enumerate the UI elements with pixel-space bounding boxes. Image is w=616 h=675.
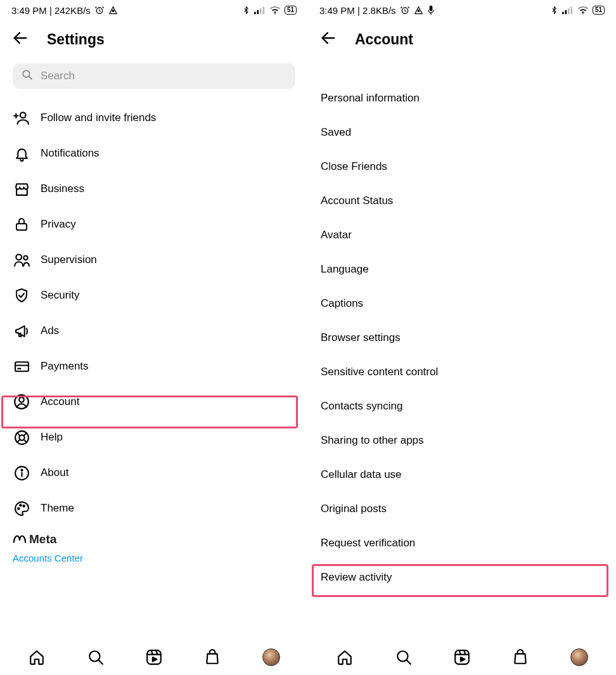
meta-logo: Meta (13, 532, 295, 546)
settings-item-label: Payments (41, 360, 295, 373)
meta-section: Meta Accounts Center (0, 526, 308, 566)
page-title: Settings (47, 31, 105, 48)
svg-point-14 (16, 254, 22, 260)
svg-rect-2 (254, 12, 256, 15)
svg-point-10 (20, 112, 26, 118)
nav-home[interactable] (336, 648, 354, 666)
nav-profile[interactable] (570, 648, 588, 666)
settings-item-label: About (41, 466, 295, 479)
svg-rect-3 (257, 10, 259, 14)
svg-rect-44 (562, 12, 564, 15)
status-time-speed: 3:49 PM | 2.8KB/s (319, 5, 396, 16)
alarm-icon (400, 5, 410, 15)
phone-account: 3:49 PM | 2.8KB/s 51 (308, 0, 616, 675)
settings-item-privacy[interactable]: Privacy (0, 207, 308, 242)
svg-point-41 (418, 10, 420, 11)
nav-reels[interactable] (145, 648, 163, 666)
account-item-language[interactable]: Language (308, 252, 616, 286)
nav-shop[interactable] (511, 648, 529, 666)
account-item-cellular-data-use[interactable]: Cellular data use (308, 458, 616, 492)
settings-item-label: Account (41, 395, 295, 408)
status-bar: 3:49 PM | 242KB/s 51 (0, 0, 308, 20)
svg-rect-47 (570, 7, 572, 15)
accounts-center-link[interactable]: Accounts Center (13, 546, 295, 563)
settings-item-help[interactable]: Help (0, 420, 308, 455)
follow-invite-icon (13, 109, 30, 127)
svg-rect-5 (262, 7, 264, 15)
account-item-contacts-syncing[interactable]: Contacts syncing (308, 389, 616, 423)
account-item-account-status[interactable]: Account Status (308, 184, 616, 218)
settings-item-label: Follow and invite friends (41, 112, 295, 124)
settings-item-business[interactable]: Business (0, 171, 308, 207)
palette-icon (13, 499, 30, 517)
account-item-request-verification[interactable]: Request verification (308, 526, 616, 560)
account-item-avatar[interactable]: Avatar (308, 218, 616, 252)
info-icon (13, 464, 30, 482)
svg-rect-42 (429, 6, 432, 11)
account-item-captions[interactable]: Captions (308, 286, 616, 321)
nav-profile[interactable] (262, 648, 280, 666)
svg-line-9 (29, 76, 32, 79)
bottom-nav (0, 640, 308, 675)
alarm-icon (94, 5, 105, 15)
phone-settings: 3:49 PM | 242KB/s 51 (0, 0, 308, 675)
account-item-personal-information[interactable]: Personal information (308, 81, 616, 115)
nav-search[interactable] (395, 648, 413, 666)
svg-rect-16 (15, 362, 29, 371)
settings-item-label: Privacy (41, 218, 295, 231)
triangle-icon (108, 6, 118, 15)
status-bar: 3:49 PM | 2.8KB/s 51 (308, 0, 616, 20)
bell-icon (13, 145, 30, 162)
signal-icon (562, 6, 574, 15)
shield-icon (13, 286, 30, 304)
account-item-browser-settings[interactable]: Browser settings (308, 321, 616, 355)
bluetooth-icon (550, 5, 558, 15)
nav-reels[interactable] (453, 648, 471, 666)
back-icon[interactable] (319, 29, 337, 49)
svg-point-30 (18, 508, 20, 510)
wifi-icon (269, 6, 281, 15)
svg-point-32 (23, 505, 25, 507)
nav-home[interactable] (28, 648, 46, 666)
svg-marker-39 (153, 657, 157, 662)
account-list: Personal information Saved Close Friends… (308, 63, 616, 640)
settings-item-about[interactable]: About (0, 455, 308, 491)
account-item-sensitive-content-control[interactable]: Sensitive content control (308, 355, 616, 389)
account-item-close-friends[interactable]: Close Friends (308, 150, 616, 184)
search-input[interactable]: Search (13, 63, 295, 89)
battery-indicator: 51 (593, 6, 605, 15)
settings-item-follow[interactable]: Follow and invite friends (0, 100, 308, 136)
settings-item-supervision[interactable]: Supervision (0, 242, 308, 278)
settings-item-payments[interactable]: Payments (0, 349, 308, 384)
svg-point-1 (112, 10, 114, 11)
settings-item-notifications[interactable]: Notifications (0, 136, 308, 171)
account-item-sharing-to-other-apps[interactable]: Sharing to other apps (308, 423, 616, 458)
avatar (262, 648, 280, 666)
card-icon (13, 357, 30, 375)
account-item-saved[interactable]: Saved (308, 115, 616, 150)
svg-rect-4 (260, 8, 262, 14)
settings-item-label: Business (41, 183, 295, 195)
nav-shop[interactable] (203, 648, 221, 666)
settings-item-label: Supervision (41, 254, 295, 266)
svg-line-51 (406, 660, 411, 664)
settings-item-label: Security (41, 289, 295, 302)
people-icon (13, 251, 30, 269)
svg-point-20 (19, 397, 24, 402)
svg-line-24 (23, 433, 26, 435)
nav-search[interactable] (87, 648, 105, 666)
account-item-original-posts[interactable]: Original posts (308, 492, 616, 526)
back-icon[interactable] (11, 29, 29, 49)
settings-item-account[interactable]: Account (0, 384, 308, 420)
settings-item-security[interactable]: Security (0, 278, 308, 313)
settings-item-label: Notifications (41, 147, 295, 160)
settings-item-theme[interactable]: Theme (0, 491, 308, 526)
svg-point-48 (582, 13, 584, 15)
signal-icon (254, 6, 266, 15)
account-item-review-activity[interactable]: Review activity (308, 560, 616, 595)
search-icon (22, 69, 33, 84)
help-icon (13, 428, 30, 446)
svg-line-25 (17, 439, 20, 442)
settings-item-ads[interactable]: Ads (0, 313, 308, 349)
svg-rect-46 (568, 8, 570, 14)
